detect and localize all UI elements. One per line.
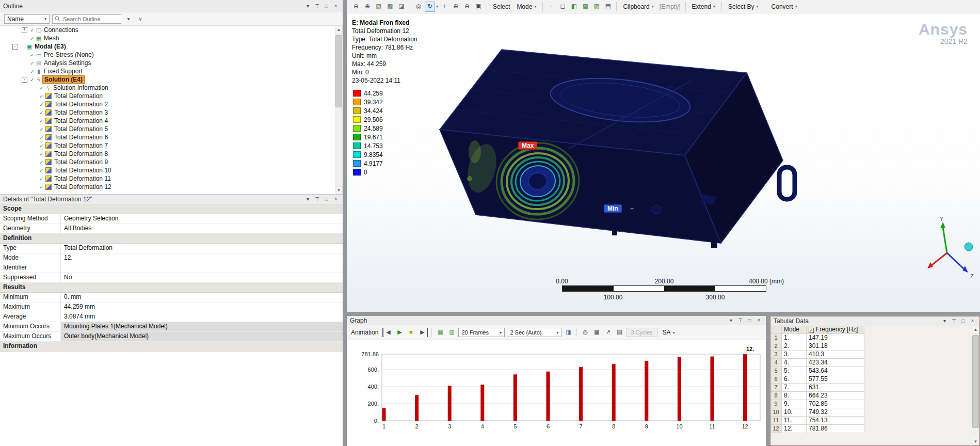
tree-item[interactable]: ✓Total Deformation 10 — [0, 166, 335, 174]
mode-column-header[interactable]: Mode — [782, 326, 807, 334]
frequency-cell[interactable]: 423.34 — [807, 359, 864, 367]
extend-dropdown[interactable]: Extend▾ — [689, 3, 718, 10]
row-number-cell[interactable]: 5 — [770, 367, 782, 375]
shaded-mode-icon[interactable]: ▩ — [385, 2, 395, 12]
row-number-cell[interactable]: 7 — [770, 384, 782, 392]
frequency-cell[interactable]: 664.23 — [807, 392, 864, 400]
tree-item[interactable]: ✓Total Deformation 4 — [0, 117, 335, 125]
filter-type-dropdown[interactable]: Name ▾ — [4, 14, 50, 24]
mode-cell[interactable]: 11. — [782, 417, 807, 425]
close-icon[interactable]: × — [332, 196, 340, 203]
details-value[interactable]: 3.0874 mm — [61, 312, 343, 322]
frequency-cell[interactable]: 781.86 — [807, 425, 864, 433]
mode-cell[interactable]: 8. — [782, 392, 807, 400]
select-face-icon[interactable]: ◧ — [569, 2, 579, 12]
frequency-cell[interactable]: 410.3 — [807, 351, 864, 359]
selectby-dropdown[interactable]: Select By▾ — [725, 3, 762, 10]
model-3d-canvas[interactable] — [347, 13, 980, 312]
zoom-box-in-icon[interactable]: ⊕ — [362, 2, 373, 12]
zoom-out-tool-icon[interactable]: ⊖ — [462, 2, 472, 12]
mode-dropdown[interactable]: Mode▾ — [513, 3, 539, 10]
scrollbar-thumb[interactable] — [972, 335, 979, 428]
row-number-cell[interactable]: 6 — [770, 375, 782, 384]
mode-cell[interactable]: 2. — [782, 342, 807, 351]
tree-item[interactable]: ✓Total Deformation 2 — [0, 100, 335, 108]
mode-cell[interactable]: 1. — [782, 334, 807, 342]
section-plane-icon[interactable]: ◪ — [396, 2, 407, 12]
mode-cell[interactable]: 9. — [782, 400, 807, 408]
maximize-icon[interactable]: □ — [323, 3, 330, 10]
scrollbar-thumb[interactable] — [335, 35, 342, 107]
row-number-cell[interactable]: 10 — [770, 408, 782, 417]
details-value[interactable]: 44.259 mm — [61, 302, 343, 312]
tabular-splitter[interactable] — [766, 316, 770, 446]
orientation-triad[interactable]: Y Z — [917, 216, 979, 283]
selection-info-icon[interactable]: ▤ — [603, 2, 613, 12]
maximize-icon[interactable]: □ — [959, 317, 967, 325]
panel-menu-icon[interactable]: ▾ — [727, 317, 735, 324]
frames-select[interactable]: 20 Frames▾ — [458, 328, 505, 337]
details-value[interactable]: 0. mm — [61, 293, 343, 302]
sa-dropdown[interactable]: SA▾ — [660, 329, 678, 336]
tree-item[interactable]: ✓Total Deformation 12 — [0, 183, 335, 191]
tree-item[interactable]: +✓◫Connections — [0, 26, 335, 34]
maximize-icon[interactable]: □ — [746, 317, 753, 324]
scroll-down-button[interactable]: ▼ — [972, 438, 979, 445]
rotate-tool-icon[interactable]: ↻ — [425, 2, 435, 12]
tree-item[interactable]: ✓▮Fixed Support — [0, 67, 335, 75]
zoom-in-tool-icon[interactable]: ⊕ — [451, 2, 461, 12]
frequency-cell[interactable]: 543.64 — [807, 367, 864, 375]
details-value[interactable]: All Bodies — [61, 224, 343, 233]
select-body-icon[interactable]: ▩ — [580, 2, 590, 12]
pin-icon[interactable]: ⊤ — [736, 317, 744, 324]
label-tool-icon[interactable]: ◎ — [413, 2, 424, 12]
tabular-scrollbar[interactable]: ▲ ▼ — [972, 326, 979, 445]
tree-item[interactable]: ✓Total Deformation 5 — [0, 125, 335, 133]
close-icon[interactable]: × — [969, 317, 976, 325]
details-value[interactable] — [61, 263, 343, 273]
frequency-cell[interactable]: 702.85 — [807, 400, 864, 408]
select-edge-icon[interactable]: ◻ — [557, 2, 568, 12]
zoom-box-out-icon[interactable]: ⊖ — [351, 2, 361, 12]
scroll-up-button[interactable]: ▲ — [972, 326, 979, 333]
clipboard-dropdown[interactable]: Clipboard▾ — [620, 3, 656, 10]
tree-item[interactable]: -✓ϟSolution (E4) — [0, 75, 335, 84]
details-value[interactable]: Total Deformation — [61, 244, 343, 253]
row-number-cell[interactable]: 11 — [770, 417, 782, 425]
pin-icon[interactable]: ⊤ — [313, 3, 321, 10]
tree-item[interactable]: ✓▭Pre-Stress (None) — [0, 51, 335, 59]
tree-expander[interactable]: - — [12, 44, 18, 50]
search-options-icon[interactable]: ▾ — [124, 14, 133, 24]
frequency-column-header[interactable]: ✓Frequency [Hz] — [807, 326, 864, 334]
frequency-cell[interactable]: 749.32 — [807, 408, 864, 417]
frequency-cell[interactable]: 147.19 — [807, 334, 864, 342]
update-result-icon[interactable]: ▦ — [436, 328, 445, 337]
panel-menu-icon[interactable]: ▾ — [304, 3, 312, 10]
mode-cell[interactable]: 4. — [782, 359, 807, 367]
pin-icon[interactable]: ⊤ — [313, 196, 321, 203]
zoom-fit-chart-icon[interactable]: ◎ — [581, 328, 590, 337]
row-number-cell[interactable]: 8 — [770, 392, 782, 400]
details-value[interactable]: Geometry Selection — [61, 214, 343, 224]
details-value[interactable]: Outer body(Mechanical Model) — [61, 332, 343, 341]
scroll-up-button[interactable]: ▲ — [335, 26, 343, 34]
checkbox-checked-icon[interactable]: ✓ — [809, 328, 814, 333]
convert-dropdown[interactable]: Convert▾ — [768, 3, 800, 10]
close-icon[interactable]: × — [332, 3, 340, 10]
maximize-icon[interactable]: □ — [323, 196, 330, 203]
play-button[interactable]: ▶ — [395, 328, 404, 337]
mode-cell[interactable]: 10. — [782, 408, 807, 417]
tree-item[interactable]: ✓Total Deformation 6 — [0, 133, 335, 141]
tree-item[interactable]: ✓Total Deformation 3 — [0, 108, 335, 117]
tree-item[interactable]: ✓▦Mesh — [0, 34, 335, 42]
panel-menu-icon[interactable]: ▾ — [941, 317, 949, 325]
frequency-cell[interactable]: 301.18 — [807, 342, 864, 351]
rotate-tool-icon-caret[interactable]: ▾ — [436, 4, 438, 9]
outline-scrollbar[interactable]: ▲ ▼ — [335, 26, 343, 194]
tree-item[interactable]: ✓▤Analysis Settings — [0, 59, 335, 67]
details-value[interactable]: Mounting Plates 1(Mechanical Model) — [61, 322, 343, 331]
time-select[interactable]: 2 Sec (Auto)▾ — [507, 328, 561, 337]
pin-icon[interactable]: ⊤ — [950, 317, 958, 325]
row-number-cell[interactable]: 1 — [770, 334, 782, 342]
row-number-cell[interactable]: 2 — [770, 342, 782, 351]
